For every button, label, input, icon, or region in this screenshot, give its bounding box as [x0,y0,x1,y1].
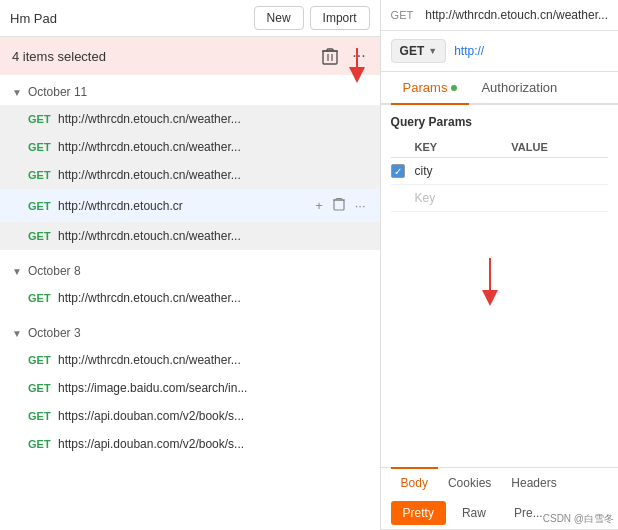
method-badge: GET [28,230,58,242]
method-badge: GET [28,169,58,181]
item-url: http://wthrcdn.etouch.cr [58,199,307,213]
method-select[interactable]: GET ▼ [391,39,447,63]
param-key-placeholder[interactable]: Key [415,191,512,205]
chevron-down-icon: ▼ [428,46,437,56]
col-check-header [391,141,415,153]
param-row-city: ✓ city [391,158,608,185]
request-config: GET ▼ http:// [381,31,618,72]
selection-icons: ··· [320,45,367,67]
history-item[interactable]: GET http://wthrcdn.etouch.cn/weather... [0,222,380,250]
history-item[interactable]: GET http://wthrcdn.etouch.cn/weather... [0,133,380,161]
params-section: Query Params KEY VALUE ✓ city [381,105,618,216]
params-table: KEY VALUE ✓ city Key [391,137,608,212]
method-label: GET [391,9,414,21]
history-item[interactable]: GET http://wthrcdn.etouch.cn/weather... [0,346,380,374]
history-list: ▼ October 11 GET http://wthrcdn.etouch.c… [0,75,380,530]
item-url: http://wthrcdn.etouch.cn/weather... [58,140,368,154]
spacer [381,216,618,467]
tab-cookies[interactable]: Cookies [438,467,501,497]
date-label: October 11 [28,85,87,99]
request-url-bar: GET http://wthrcdn.etouch.cn/weather... [381,0,618,31]
svg-rect-0 [323,51,337,64]
method-badge: GET [28,113,58,125]
more-options-button[interactable]: ··· [350,45,367,67]
import-button[interactable]: Import [310,6,370,30]
bottom-tabs: Body Cookies Headers [381,467,618,497]
add-item-button[interactable]: + [313,197,325,214]
history-item[interactable]: GET http://wthrcdn.etouch.cn/weather... [0,105,380,133]
more-item-button[interactable]: ··· [353,197,368,214]
history-item[interactable]: GET https://api.douban.com/v2/book/s... [0,402,380,430]
params-tabs-bar: Params Authorization [381,72,618,105]
watermark: CSDN @白雪冬 [543,512,614,526]
chevron-icon: ▼ [12,328,22,339]
right-panel: GET http://wthrcdn.etouch.cn/weather... … [381,0,618,530]
date-header-oct8[interactable]: ▼ October 8 [0,258,380,284]
config-url[interactable]: http:// [454,44,484,58]
tab-authorization-label: Authorization [481,80,557,95]
method-badge: GET [28,354,58,366]
date-label: October 3 [28,326,81,340]
date-header-oct3[interactable]: ▼ October 3 [0,320,380,346]
history-item[interactable]: GET http://wthrcdn.etouch.cn/weather... [0,161,380,189]
svg-rect-4 [334,200,344,210]
selection-text: 4 items selected [12,49,106,64]
chevron-icon: ▼ [12,266,22,277]
query-params-title: Query Params [391,115,608,129]
params-active-dot [451,85,457,91]
chevron-icon: ▼ [12,87,22,98]
method-badge: GET [28,141,58,153]
item-url: http://wthrcdn.etouch.cn/weather... [58,229,368,243]
url-display: http://wthrcdn.etouch.cn/weather... [425,8,608,22]
tab-body[interactable]: Body [391,467,438,497]
trash-icon [322,47,338,65]
delete-selected-button[interactable] [320,45,340,67]
param-checkbox: ✓ [391,164,415,178]
date-label: October 8 [28,264,81,278]
app-title: Hm Pad [10,11,57,26]
item-url: https://api.douban.com/v2/book/s... [58,409,368,423]
item-url: http://wthrcdn.etouch.cn/weather... [58,168,368,182]
date-group-oct11: ▼ October 11 GET http://wthrcdn.etouch.c… [0,75,380,254]
date-header-oct11[interactable]: ▼ October 11 [0,79,380,105]
col-key-header: KEY [415,141,512,153]
selection-bar: 4 items selected ··· [0,37,380,75]
new-button[interactable]: New [254,6,304,30]
params-table-header: KEY VALUE [391,137,608,158]
tab-pretty[interactable]: Pretty [391,501,446,525]
history-item-active[interactable]: GET http://wthrcdn.etouch.cr + ··· [0,189,380,222]
ellipsis-icon: ··· [352,47,365,65]
item-actions: + ··· [313,196,367,215]
delete-item-button[interactable] [331,196,347,215]
checkmark-icon: ✓ [394,166,402,177]
item-url: http://wthrcdn.etouch.cn/weather... [58,291,368,305]
item-url: http://wthrcdn.etouch.cn/weather... [58,353,368,367]
method-badge: GET [28,438,58,450]
item-url: https://image.baidu.com/search/in... [58,381,368,395]
item-url: https://api.douban.com/v2/book/s... [58,437,368,451]
checkbox-checked[interactable]: ✓ [391,164,405,178]
col-value-header: VALUE [511,141,608,153]
method-badge: GET [28,292,58,304]
history-item[interactable]: GET https://api.douban.com/v2/book/s... [0,430,380,458]
tab-authorization[interactable]: Authorization [469,72,569,105]
history-item[interactable]: GET https://image.baidu.com/search/in... [0,374,380,402]
method-badge: GET [28,410,58,422]
top-bar: Hm Pad New Import [0,0,380,37]
date-group-oct3: ▼ October 3 GET http://wthrcdn.etouch.cn… [0,316,380,462]
param-row-empty: Key [391,185,608,212]
tab-params-label: Params [403,80,448,95]
item-url: http://wthrcdn.etouch.cn/weather... [58,112,368,126]
tab-params[interactable]: Params [391,72,470,105]
param-key-city[interactable]: city [415,164,512,178]
method-badge: GET [28,382,58,394]
trash-icon [333,197,345,211]
method-badge: GET [28,200,58,212]
method-value: GET [400,44,425,58]
tab-headers[interactable]: Headers [501,467,566,497]
date-group-oct8: ▼ October 8 GET http://wthrcdn.etouch.cn… [0,254,380,316]
top-bar-actions: New Import [254,6,370,30]
tab-raw[interactable]: Raw [450,501,498,525]
history-item[interactable]: GET http://wthrcdn.etouch.cn/weather... [0,284,380,312]
